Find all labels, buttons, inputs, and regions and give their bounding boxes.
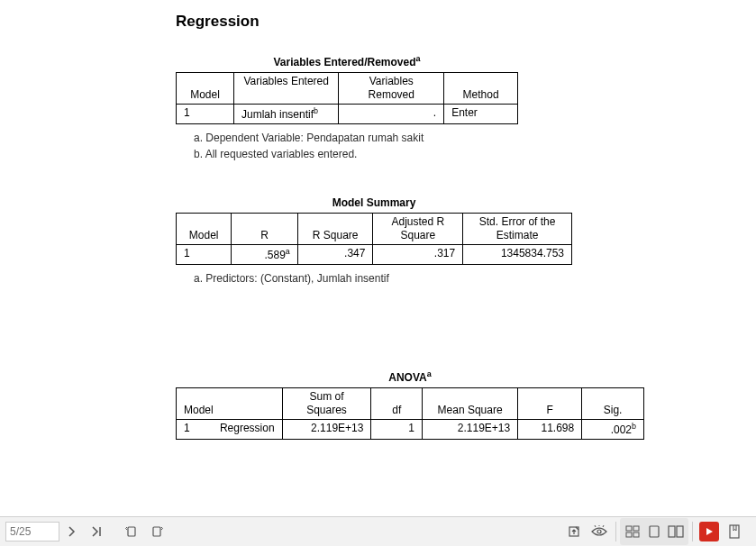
svg-rect-1 xyxy=(128,527,135,536)
rotate-left-button[interactable] xyxy=(119,519,144,544)
page-number-input[interactable] xyxy=(5,522,59,541)
col-ss: Sum of Squares xyxy=(282,388,371,420)
variables-table: Model Variables Entered Variables Remove… xyxy=(176,72,518,124)
svg-line-5 xyxy=(595,525,596,527)
col-ms: Mean Square xyxy=(423,388,518,420)
presentation-button[interactable] xyxy=(697,519,722,544)
last-page-button[interactable] xyxy=(85,519,110,544)
anova-title: ANOVAa xyxy=(176,369,644,384)
table-row: 1 Regression 2.119E+13 1 2.119E+13 11.69… xyxy=(177,420,644,440)
document-content: Regression Variables Entered/Removeda Mo… xyxy=(0,0,756,517)
view-thumbnails-button[interactable] xyxy=(622,519,643,544)
col-model: Model xyxy=(177,388,283,420)
view-single-page-button[interactable] xyxy=(643,519,665,544)
col-df: df xyxy=(371,388,423,420)
rotate-right-button[interactable] xyxy=(144,519,169,544)
model-summary-table: Model R R Square Adjusted R Square Std. … xyxy=(176,213,572,265)
col-r: R xyxy=(232,214,297,245)
svg-rect-8 xyxy=(626,526,632,531)
col-model: Model xyxy=(177,73,234,105)
svg-rect-10 xyxy=(626,532,632,537)
svg-rect-13 xyxy=(669,526,675,537)
col-adj-r-square: Adjusted R Square xyxy=(373,214,463,245)
col-r-square: R Square xyxy=(297,214,373,245)
svg-rect-9 xyxy=(633,526,639,531)
svg-rect-11 xyxy=(633,532,639,537)
next-page-button[interactable] xyxy=(59,519,85,544)
page-title: Regression xyxy=(176,13,756,31)
col-model: Model xyxy=(177,214,232,245)
col-method: Method xyxy=(444,73,518,105)
view-two-page-button[interactable] xyxy=(665,519,687,544)
col-vars-removed: Variables Removed xyxy=(339,73,444,105)
col-std-error: Std. Error of the Estimate xyxy=(463,214,572,245)
col-f: F xyxy=(518,388,582,420)
anova-table: Model Sum of Squares df Mean Square F Si… xyxy=(176,387,644,440)
col-vars-entered: Variables Entered xyxy=(233,73,338,105)
svg-line-7 xyxy=(603,525,604,527)
svg-rect-15 xyxy=(730,525,739,538)
variables-footnotes: a. Dependent Variable: Pendapatan rumah … xyxy=(194,132,518,160)
col-sig: Sig. xyxy=(582,388,644,420)
table-row: 1 .589a .347 .317 1345834.753 xyxy=(177,245,572,265)
bookmark-icon[interactable] xyxy=(722,519,747,544)
svg-point-4 xyxy=(597,530,601,533)
svg-rect-12 xyxy=(650,526,659,537)
model-summary-title: Model Summary xyxy=(176,196,572,209)
export-icon[interactable] xyxy=(561,519,587,544)
model-summary-footnotes: a. Predictors: (Constant), Jumlah insent… xyxy=(194,272,518,285)
bottom-toolbar xyxy=(0,516,756,546)
table-row: 1 Jumlah insentifb . Enter xyxy=(177,105,518,124)
eye-icon[interactable] xyxy=(587,519,612,544)
svg-rect-14 xyxy=(677,526,683,537)
svg-rect-2 xyxy=(153,527,160,536)
variables-table-title: Variables Entered/Removeda xyxy=(176,54,518,68)
